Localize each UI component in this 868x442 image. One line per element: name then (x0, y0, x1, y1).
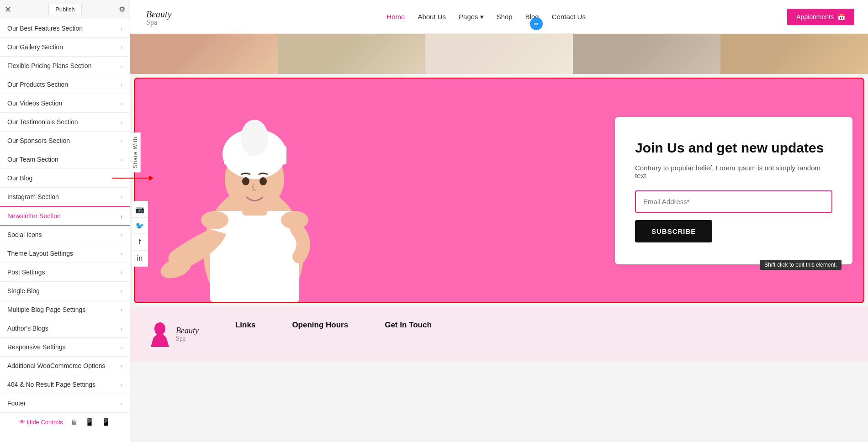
sidebar-item-responsive[interactable]: Responsive Settings› (0, 338, 130, 357)
chevron-icon: › (121, 344, 122, 351)
svg-point-10 (242, 177, 249, 185)
twitter-icon[interactable]: 🐦 (132, 217, 148, 234)
sidebar-item-404-settings[interactable]: 404 & No Result Page Settings› (0, 375, 130, 394)
sidebar-item-label-footer: Footer (7, 400, 26, 407)
sidebar-items-list: Our Best Features Section›Our Gallery Se… (0, 19, 130, 413)
chevron-icon: › (121, 156, 122, 163)
main-content: Beauty Spa Home About Us Pages ▾ Shop Bl… (130, 0, 868, 442)
instagram-icon[interactable]: 📷 (132, 201, 148, 217)
footer-hours-heading: Opening Hours (292, 321, 348, 330)
newsletter-image (135, 79, 386, 302)
footer-hours-col: Opening Hours (292, 321, 348, 332)
sidebar-item-label-instagram: Instagram Section (7, 193, 59, 200)
sidebar-item-label-pricing: Flexible Pricing Plans Section (7, 62, 91, 69)
sidebar: ✕ Publish ⚙ Our Best Features Section›Ou… (0, 0, 130, 442)
sidebar-item-gallery[interactable]: Our Gallery Section› (0, 38, 130, 57)
social-icons-sidebar: 📷 🐦 f in (132, 201, 148, 267)
email-input[interactable] (635, 190, 832, 213)
linkedin-icon[interactable]: in (132, 250, 148, 267)
nav-contact[interactable]: Contact Us (552, 13, 586, 21)
sidebar-bottom-bar: 👁 Hide Controls 🖥 📱 📱 (0, 413, 130, 431)
sidebar-item-woocommerce[interactable]: Additional WooCommerce Options› (0, 357, 130, 375)
sidebar-item-post-settings[interactable]: Post Settings› (0, 263, 130, 282)
nav-pages[interactable]: Pages ▾ (459, 13, 484, 21)
newsletter-section: Join Us and get new updates Contrary to … (134, 78, 864, 303)
chevron-icon: › (121, 63, 122, 69)
arrow-line (112, 178, 149, 179)
sidebar-item-best-features[interactable]: Our Best Features Section› (0, 19, 130, 38)
chevron-icon: › (121, 194, 122, 200)
close-button[interactable]: ✕ (5, 5, 11, 15)
chevron-icon: › (121, 400, 122, 407)
gallery-strip (130, 34, 868, 74)
hide-controls-button[interactable]: 👁 Hide Controls (19, 419, 63, 426)
eye-icon: 👁 (19, 419, 25, 426)
chevron-icon: › (121, 137, 122, 144)
sidebar-item-testimonials[interactable]: Our Testimonials Section› (0, 113, 130, 132)
sidebar-item-label-authors-blogs: Author's Blogs (7, 325, 48, 332)
sidebar-item-team[interactable]: Our Team Section› (0, 150, 130, 169)
sidebar-item-videos[interactable]: Our Videos Section› (0, 94, 130, 113)
gallery-item-5 (720, 34, 868, 74)
sidebar-item-social-icons[interactable]: Social Icons› (0, 226, 130, 244)
sidebar-item-single-blog[interactable]: Single Blog› (0, 282, 130, 300)
sidebar-item-authors-blogs[interactable]: Author's Blogs› (0, 319, 130, 338)
sidebar-item-label-gallery: Our Gallery Section (7, 43, 63, 51)
sidebar-item-label-responsive: Responsive Settings (7, 343, 66, 351)
calendar-icon: 📅 (837, 13, 845, 21)
nav-home[interactable]: Home (386, 13, 405, 21)
chevron-icon: › (121, 81, 122, 88)
chevron-icon: › (121, 306, 122, 313)
chevron-icon: › (121, 100, 122, 107)
sidebar-item-instagram[interactable]: Instagram Section› (0, 188, 130, 206)
sidebar-item-label-blog: Our Blog (7, 174, 32, 182)
chevron-down-icon: ▾ (480, 13, 484, 21)
sidebar-item-label-sponsors: Our Sponsors Section (7, 137, 70, 144)
brand-logo: Beauty Spa (144, 5, 185, 29)
chevron-icon: › (121, 119, 122, 126)
chevron-icon: › (121, 381, 122, 388)
nav-shop[interactable]: Shop (497, 13, 513, 21)
publish-button[interactable]: Publish (48, 4, 82, 15)
svg-point-14 (281, 211, 308, 229)
sidebar-item-newsletter[interactable]: Newsletter Section› (0, 206, 130, 226)
sidebar-item-theme-layout[interactable]: Theme Layout Settings› (0, 244, 130, 263)
mobile-icon[interactable]: 📱 (101, 418, 111, 426)
navbar: Beauty Spa Home About Us Pages ▾ Shop Bl… (130, 0, 868, 34)
sidebar-item-label-social-icons: Social Icons (7, 231, 42, 238)
appointment-button[interactable]: Appionments 📅 (787, 9, 854, 25)
footer-brand: Beauty Spa (148, 321, 199, 348)
svg-point-13 (201, 211, 228, 229)
gear-button[interactable]: ⚙ (119, 5, 125, 14)
chevron-icon: › (121, 325, 122, 332)
sidebar-item-products[interactable]: Our Products Section› (0, 75, 130, 94)
desktop-icon[interactable]: 🖥 (70, 418, 78, 426)
chevron-icon: › (121, 232, 122, 238)
sidebar-item-label-single-blog: Single Blog (7, 287, 40, 295)
tablet-icon[interactable]: 📱 (85, 418, 94, 426)
sidebar-item-sponsors[interactable]: Our Sponsors Section› (0, 132, 130, 150)
nav-about[interactable]: About Us (418, 13, 446, 21)
subscribe-button[interactable]: SUBSCRIBE (635, 220, 712, 242)
active-indicator-arrow (112, 175, 153, 181)
sidebar-item-blog[interactable]: Our Blog› (0, 169, 130, 188)
sidebar-item-pricing[interactable]: Flexible Pricing Plans Section› (0, 57, 130, 75)
edit-pencil-icon[interactable]: ✏ (530, 17, 543, 30)
appointment-label: Appionments (796, 13, 834, 21)
sidebar-item-footer[interactable]: Footer› (0, 394, 130, 413)
sidebar-item-label-404-settings: 404 & No Result Page Settings (7, 381, 95, 388)
footer-links-heading: Links (235, 321, 255, 330)
facebook-icon[interactable]: f (132, 234, 148, 250)
share-with-label: Share With (130, 132, 141, 172)
sidebar-item-label-newsletter: Newsletter Section (7, 212, 61, 220)
svg-point-11 (259, 177, 267, 185)
svg-text:Spa: Spa (146, 18, 157, 26)
sidebar-item-multiple-blog[interactable]: Multiple Blog Page Settings› (0, 300, 130, 319)
chevron-icon: › (121, 250, 122, 257)
chevron-icon: › (121, 363, 122, 369)
footer-links-col: Links (235, 321, 255, 332)
gallery-item-4 (573, 34, 720, 74)
newsletter-subtext: Contrary to popular belief, Lorem Ipsum … (635, 164, 832, 179)
chevron-icon: › (121, 288, 122, 295)
shift-click-tooltip: Shift-click to edit this element. (760, 260, 842, 270)
